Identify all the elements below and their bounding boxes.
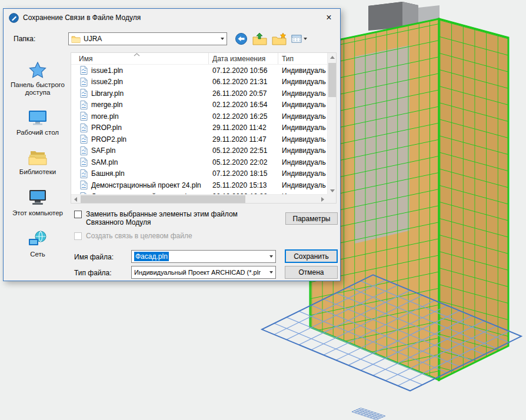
column-header-name[interactable]: Имя [71,53,209,64]
folder-dropdown-arrow[interactable] [218,33,227,45]
filename-value-selected: Фасад.pln [134,252,169,261]
replace-elements-label: Заменить выбранные элементы этим файлом … [86,210,268,226]
filename-input[interactable]: Фасад.pln [131,250,276,263]
create-link-checkbox: Создать связь в целевом файле [74,232,192,240]
new-folder-button[interactable] [272,33,287,45]
places-bar: Панель быстрого доступа Рабочий стол Биб… [6,52,69,258]
pln-file-icon [80,124,88,132]
back-button[interactable] [235,32,248,45]
pln-file-icon [80,101,88,109]
current-folder: UJRA [84,35,102,43]
filetype-value: Индивидуальный Проект ARCHICAD (*.pln) [134,269,261,276]
scroll-right-icon[interactable] [318,195,327,204]
sidebar-item-quick-access[interactable]: Панель быстрого доступа [6,62,69,96]
file-rows: issue1.pln07.12.2020 10:56Индивидуаль is… [71,65,336,195]
folder-row: Папка: UJRA [14,32,307,45]
folder-icon [71,35,81,43]
save-module-link-dialog: Сохранение Связи в Файле Модуля × Папка:… [3,8,341,281]
vertical-scrollbar[interactable] [327,53,336,195]
dialog-toolbar [235,32,307,45]
table-row[interactable]: Демонстрационный проект 24.pln25.11.2020… [71,179,336,191]
parameters-button[interactable]: Параметры [285,212,338,225]
cancel-button[interactable]: Отмена [285,266,338,279]
sidebar-item-this-pc[interactable]: Этот компьютер [12,189,63,217]
sidebar-item-desktop[interactable]: Рабочий стол [16,110,59,136]
close-icon[interactable]: × [318,9,339,26]
dialog-title: Сохранение Связи в Файле Модуля [23,14,141,22]
scroll-left-icon[interactable] [71,195,80,204]
sidebar-item-network[interactable]: Сеть [28,231,48,258]
pln-file-icon [80,169,88,178]
horizontal-scroll-thumb[interactable] [81,195,245,203]
table-row[interactable]: more.pln02.12.2020 16:25Индивидуаль [71,111,336,122]
table-row[interactable]: SAF.pln05.12.2020 22:51Индивидуаль [71,145,336,157]
create-link-label: Создать связь в целевом файле [86,232,192,240]
filename-label: Имя файла: [74,253,114,261]
horizontal-scrollbar[interactable] [71,194,327,203]
view-menu-button[interactable] [291,34,307,44]
sidebar-item-libraries[interactable]: Библиотеки [19,150,56,176]
checkbox-box-disabled [74,232,82,240]
list-headers: Имя Дата изменения Тип [71,53,336,65]
filetype-dropdown-arrow[interactable] [267,266,275,278]
libraries-icon [28,150,47,165]
pln-file-icon [80,158,88,166]
table-row[interactable]: Library.pln26.11.2020 20:57Индивидуаль [71,88,336,99]
table-row[interactable]: merge.pln02.12.2020 16:54Индивидуаль [71,99,336,111]
table-row[interactable]: issue2.pln06.12.2020 21:31Индивидуаль [71,76,336,88]
sort-ascending-icon [134,53,140,56]
column-header-date[interactable]: Дата изменения [209,53,278,64]
replace-elements-checkbox[interactable]: Заменить выбранные элементы этим файлом … [74,210,268,226]
folder-combobox[interactable]: UJRA [68,32,227,45]
new-folder-icon [272,33,287,45]
pln-file-icon [80,146,88,155]
filename-dropdown-arrow[interactable] [267,251,275,262]
pln-file-icon [80,112,88,121]
checkbox-box[interactable] [74,211,82,218]
scroll-up-icon[interactable] [328,53,337,62]
table-row[interactable]: PROP.pln29.11.2020 11:42Индивидуаль [71,122,336,134]
network-icon [28,231,48,248]
filetype-label: Тип файла: [74,269,112,277]
view-menu-caret-icon [304,38,307,40]
filetype-combobox[interactable]: Индивидуальный Проект ARCHICAD (*.pln) [131,266,276,279]
vertical-scroll-thumb[interactable] [328,63,336,97]
pln-file-icon [80,66,88,75]
table-row[interactable]: Башня.pln07.12.2020 18:15Индивидуаль [71,168,336,180]
pln-file-icon [80,135,88,144]
table-row[interactable]: issue1.pln07.12.2020 10:56Индивидуаль [71,65,336,76]
save-button[interactable]: Сохранить [285,249,338,263]
computer-icon [28,189,48,206]
quick-access-star-icon [29,62,46,78]
folder-label: Папка: [14,35,68,43]
desktop-icon [28,110,48,126]
pln-file-icon [80,78,88,86]
archicad-3d-view: Сохранение Связи в Файле Модуля × Папка:… [0,0,526,420]
table-row[interactable]: SAM.pln05.12.2020 22:02Индивидуаль [71,156,336,168]
dialog-titlebar[interactable]: Сохранение Связи в Файле Модуля × [4,9,340,26]
scrollbar-corner [327,194,336,203]
view-menu-icon [291,34,302,44]
up-one-level-button[interactable] [252,33,267,45]
table-row[interactable]: PROP2.pln29.11.2020 11:47Индивидуаль [71,134,336,145]
folder-up-icon [252,33,267,45]
back-icon [235,32,248,45]
pln-file-icon [80,181,88,189]
pln-file-icon [80,89,88,98]
file-list-panel: Имя Дата изменения Тип issue1.pln07.12.2… [71,52,337,204]
archicad-app-icon [9,13,19,23]
